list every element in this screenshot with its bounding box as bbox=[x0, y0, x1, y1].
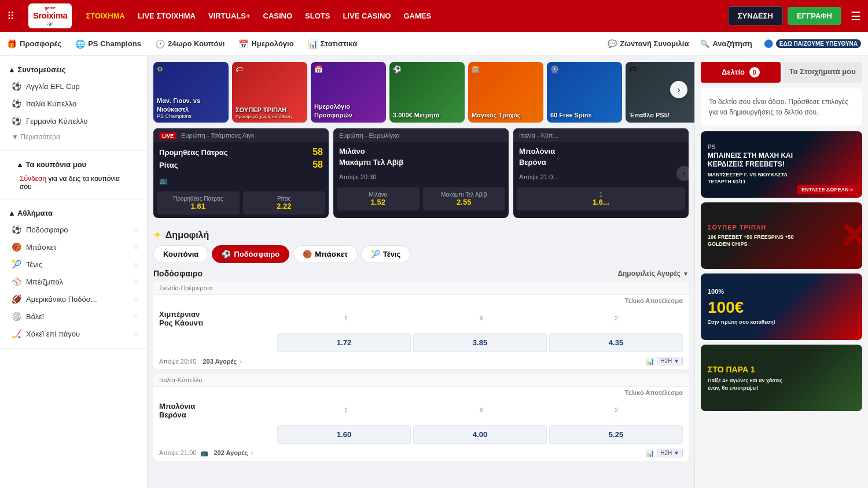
sec-nav-search[interactable]: 🔍 Αναζήτηση bbox=[700, 39, 752, 48]
promo-card-4[interactable]: 🎰 Μαγικός Τροχός bbox=[468, 62, 543, 123]
odds-btn-0-1[interactable]: 1.72 bbox=[277, 333, 411, 352]
nav-slots[interactable]: SLOTS bbox=[305, 12, 330, 20]
coupons-header[interactable]: ▲ Τα κουπόνια μου bbox=[8, 157, 139, 172]
right-banner-0[interactable]: PS ΜΠΑΙΝΕΙΣ ΣΤΗ ΜΑΧΗ ΚΑΙ ΚΕΡΔΙΖΕΙΣ FREEB… bbox=[701, 131, 862, 198]
banner-cta-0[interactable]: ΕΝΤΑΣΣΕ ΔΩΡΕΑΝ » bbox=[797, 185, 858, 194]
sidebar-item-germany-cup[interactable]: ⚽ Γερμανία Κύπελλο bbox=[0, 112, 147, 130]
tab-football[interactable]: ⚽ Ποδόσφαιρο bbox=[212, 245, 289, 263]
popular-tabs: Κουπόνια ⚽ Ποδόσφαιρο 🏀 Μπάσκετ 🎾 Τένις bbox=[153, 245, 689, 263]
promo-card-3[interactable]: ⚽ 3.000€ Μετρητά bbox=[389, 62, 465, 123]
football-icon-2: ⚽ bbox=[12, 99, 21, 108]
nav-right-actions: ΣΥΝΔΕΣΗ ΕΓΓΡΑΦΗ ☰ bbox=[728, 6, 861, 25]
tab-coupons[interactable]: Κουπόνια bbox=[153, 245, 208, 263]
sec-nav-calendar[interactable]: 📅 Ημερολόγιο bbox=[238, 39, 293, 49]
sidebar: ▲ Συντομεύσεις ⚽ Αγγλία EFL Cup ⚽ Ιταλία… bbox=[0, 56, 148, 488]
sidebar-item-hockey[interactable]: 🏒 Χόκεϊ επί πάγου ☆ bbox=[0, 325, 147, 342]
odds-btn-1-1[interactable]: 1.60 bbox=[277, 425, 411, 444]
nav-games[interactable]: GAMES bbox=[403, 12, 431, 20]
betslip-tab-active[interactable]: Δελτίο 0 bbox=[701, 62, 781, 83]
betslip-tabs: Δελτίο 0 Τα Στοιχήματά μου bbox=[701, 62, 862, 83]
right-banner-2[interactable]: 100% 100€ Στην πρώτη σου κατάθεση! bbox=[701, 273, 862, 340]
markets-dropdown[interactable]: Δημοφιλείς Αγορές ▼ bbox=[617, 269, 689, 278]
promo-card-1[interactable]: 🏷 ΣΟΥΠΕΡ ΤΡΙΠΛΗ Προσφορά χωρίς κατάθεση bbox=[232, 62, 307, 123]
sidebar-item-baseball[interactable]: ⚾ Μπέιζμπολ ☆ bbox=[0, 273, 147, 290]
right-banner-3[interactable]: ΣΤΟ ΠΑΡΑ 1 Παίξε 4+ αγώνες και αν χάσεις… bbox=[701, 345, 862, 411]
right-banner-1[interactable]: ΣΟΥΠΕΡ ΤΡΙΠΛΗ 10€ FREEBET +50 FREESPINS … bbox=[701, 202, 862, 269]
live-badge: LIVE bbox=[159, 132, 176, 139]
hamburger-icon[interactable]: ☰ bbox=[851, 9, 861, 23]
odds-grid-1: 1 X 2 bbox=[279, 407, 683, 415]
sec-nav-right: 💬 Ζωντανή Συνομιλία 🔍 Αναζήτηση 🔵 ΕΔΩ ΠΑ… bbox=[608, 39, 861, 48]
popular-section: ✦ Δημοφιλή Κουπόνια ⚽ Ποδόσφαιρο 🏀 Μπάσκ… bbox=[148, 224, 694, 471]
promo-card-5[interactable]: 🎡 60 Free Spins bbox=[547, 62, 622, 123]
responsible-icon: 🔵 bbox=[764, 39, 773, 48]
coupon-login-link[interactable]: Σύνδεση bbox=[20, 175, 46, 183]
shortcuts-header[interactable]: ▲ Συντομεύσεις bbox=[0, 62, 147, 77]
sec-nav-stats[interactable]: 📊 Στατιστικά bbox=[308, 39, 358, 49]
match-stats-1[interactable]: 📊 H2H ▼ bbox=[646, 449, 683, 457]
nav-live-casino[interactable]: LIVE CASINO bbox=[343, 12, 391, 20]
odds-btn-0-2[interactable]: 4.35 bbox=[549, 333, 683, 352]
main-layout: ▲ Συντομεύσεις ⚽ Αγγλία EFL Cup ⚽ Ιταλία… bbox=[0, 56, 868, 488]
odds-btn-1-x[interactable]: 4.00 bbox=[413, 425, 547, 444]
coupons-section: ▲ Τα κουπόνια μου Σύνδεση για να δεις τα… bbox=[0, 151, 147, 199]
sidebar-item-italy-cup[interactable]: ⚽ Ιταλία Κύπελλο bbox=[0, 95, 147, 112]
h2h-badge-0[interactable]: H2H ▼ bbox=[657, 357, 683, 365]
stats-icon: 📊 bbox=[308, 39, 318, 49]
odds-btn-partial[interactable]: 1 1.6... bbox=[517, 187, 685, 210]
more-markets-1[interactable]: 202 Αγορές bbox=[214, 449, 248, 456]
promo-next-button[interactable]: › bbox=[670, 81, 687, 98]
grid-icon[interactable]: ⠿ bbox=[7, 10, 14, 23]
sidebar-item-volleyball[interactable]: 🏐 Βόλεϊ ☆ bbox=[0, 308, 147, 325]
sidebar-item-american-football[interactable]: 🏈 Αμερικάνικο Ποδόσ... ☆ bbox=[0, 290, 147, 308]
bar-chart-icon-2: 📊 bbox=[646, 449, 654, 457]
sidebar-item-basketball[interactable]: 🏀 Μπάσκετ ☆ bbox=[0, 238, 147, 256]
h2h-badge-1[interactable]: H2H ▼ bbox=[657, 449, 683, 457]
tv-icon: 📺 bbox=[159, 177, 167, 184]
sidebar-item-england-efl[interactable]: ⚽ Αγγλία EFL Cup bbox=[0, 77, 147, 95]
nav-stoixima[interactable]: ΣΤΟΙΧΗΜΑ bbox=[86, 12, 125, 20]
match-row-1: Μπολόνια Βερόνα 1 X 2 bbox=[153, 396, 689, 425]
nav-virtuals[interactable]: VIRTUALS+ bbox=[208, 12, 251, 20]
odds-btn-team1[interactable]: Προμηθέας Πάτρας 1.61 bbox=[157, 191, 240, 215]
chevron-down-icon: ▼ bbox=[683, 271, 689, 277]
sports-header[interactable]: ▲ Αθλήματα bbox=[0, 205, 147, 221]
football-promo-icon: ⚽ bbox=[393, 65, 402, 73]
site-logo[interactable]: game Sroixima .gr bbox=[28, 3, 72, 29]
odds-btn-0-x[interactable]: 3.85 bbox=[413, 333, 547, 352]
american-football-icon: 🏈 bbox=[12, 294, 21, 304]
match-stats-0[interactable]: 📊 H2H ▼ bbox=[646, 357, 683, 365]
register-button[interactable]: ΕΓΓΡΑΦΗ bbox=[788, 7, 841, 25]
odds-btn-milano[interactable]: Μιλάνο 1.52 bbox=[337, 187, 420, 210]
sidebar-item-tennis[interactable]: 🎾 Τένις ☆ bbox=[0, 256, 147, 273]
sidebar-more-shortcuts[interactable]: ▼ Περισσότερα bbox=[0, 130, 147, 145]
sidebar-item-football[interactable]: ⚽ Ποδόσφαιρο ☆ bbox=[0, 221, 147, 238]
globe-icon: 🌐 bbox=[75, 39, 85, 49]
promo-card-2[interactable]: 📅 Ημερολόγιο Προσφορών bbox=[311, 62, 386, 123]
chevron-down-icon: ▼ bbox=[12, 133, 20, 141]
match-row-0: Χιμπέρνιαν Ρος Κάουντι 1 X 2 bbox=[153, 304, 689, 333]
sec-nav-ps-champions[interactable]: 🌐 PS Champions bbox=[75, 39, 141, 49]
promo-card-0[interactable]: ⚙ Μαν. Γιουν. vs Νιούκαστλ PS Champions bbox=[153, 62, 229, 123]
clock-icon: 🕐 bbox=[155, 39, 165, 49]
tab-basketball[interactable]: 🏀 Μπάσκετ bbox=[293, 245, 358, 263]
sec-nav-responsible[interactable]: 🔵 ΕΔΩ ΠΑΙΖΟΥΜΕ ΥΠΕΥΘΥΝΑ bbox=[764, 39, 861, 48]
sec-nav-prosfores[interactable]: 🎁 Προσφορές bbox=[7, 39, 61, 49]
login-button[interactable]: ΣΥΝΔΕΣΗ bbox=[728, 6, 783, 25]
live-matches-row: LIVE Ευρώπη - Τσάμπιονς Λιγκ Προμηθέας Π… bbox=[148, 123, 694, 224]
more-markets-0[interactable]: 203 Αγορές bbox=[203, 358, 237, 365]
nav-casino[interactable]: CASINO bbox=[263, 12, 293, 20]
sec-nav-chat[interactable]: 💬 Ζωντανή Συνομιλία bbox=[608, 39, 689, 48]
tab-tennis[interactable]: 🎾 Τένις bbox=[361, 245, 410, 263]
betslip-tab-my-bets[interactable]: Τα Στοιχήματά μου bbox=[783, 62, 863, 83]
sec-nav-coupon[interactable]: 🕐 24ωρο Κουπόνι bbox=[155, 39, 225, 49]
nav-live-stoixima[interactable]: LIVE ΣΤΟΙΧΗΜΑ bbox=[138, 12, 196, 20]
settings-icon: ⚙ bbox=[157, 65, 163, 73]
content-area: ⚙ Μαν. Γιουν. vs Νιούκαστλ PS Champions … bbox=[148, 56, 694, 488]
odds-btn-team2[interactable]: Ρίτας 2.22 bbox=[243, 191, 326, 215]
odds-btn-maccabi[interactable]: Μακάμπι Τελ Αβίβ 2.55 bbox=[423, 187, 506, 210]
odds-btn-1-2[interactable]: 5.25 bbox=[549, 425, 683, 444]
next-match-arrow[interactable]: › bbox=[676, 166, 689, 181]
top-navigation: ⠿ game Sroixima .gr ΣΤΟΙΧΗΜΑ LIVE ΣΤΟΙΧΗ… bbox=[0, 0, 868, 32]
calendar-promo-icon: 📅 bbox=[314, 65, 323, 73]
